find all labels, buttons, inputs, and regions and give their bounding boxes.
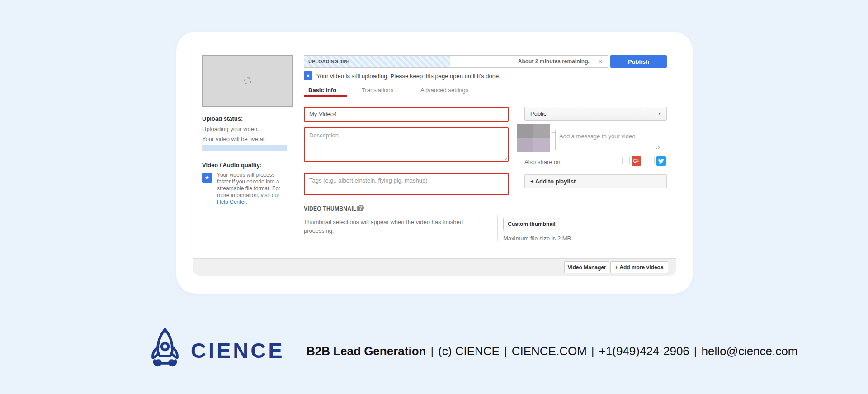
upload-progress-label: UPLOADING 48% — [304, 59, 349, 64]
custom-thumbnail-button[interactable]: Custom thumbnail — [503, 218, 560, 230]
chevron-down-icon: ▾ — [658, 111, 661, 117]
video-manager-button[interactable]: Video Manager — [564, 261, 609, 273]
upload-widget-card: Upload status: Uploading your video. You… — [176, 32, 693, 294]
title-input[interactable] — [304, 107, 509, 122]
tags-input[interactable] — [304, 173, 509, 195]
privacy-dropdown[interactable]: Public ▾ — [524, 107, 667, 121]
upload-progress-fill: UPLOADING 48% — [304, 56, 450, 67]
add-to-playlist-button[interactable]: + Add to playlist — [524, 174, 667, 188]
uploading-notice-text: Your video is still uploading. Please ke… — [316, 73, 500, 80]
privacy-value: Public — [530, 110, 546, 117]
share-message-textarea[interactable] — [555, 130, 662, 150]
channel-avatar — [517, 124, 550, 152]
also-share-label: Also share on — [524, 159, 561, 165]
cancel-upload-icon[interactable]: × — [599, 58, 602, 65]
footer-tagline: B2B Lead Generation|(c) CIENCE|CIENCE.CO… — [307, 344, 797, 358]
video-thumbnails-heading: VIDEO THUMBNAILS — [304, 206, 360, 212]
cience-rocket-logo — [148, 327, 182, 371]
thumbnails-vertical-divider — [497, 215, 498, 241]
tagline-item-phone: +1(949)424-2906 — [599, 344, 689, 358]
tagline-item-copyright: (c) CIENCE — [438, 344, 500, 358]
help-center-link[interactable]: Help Center. — [217, 199, 247, 205]
video-live-at-text: Your video will be live at: — [202, 136, 266, 142]
upload-status-text: Uploading your video. — [202, 126, 259, 132]
tagline-separator: | — [500, 344, 512, 358]
notice-star-icon: ★ — [304, 71, 312, 80]
share-twitter-checkbox[interactable] — [647, 157, 655, 164]
tab-advanced-settings[interactable]: Advanced settings — [420, 87, 468, 94]
help-icon[interactable]: ? — [357, 205, 364, 211]
avatar-tile — [517, 124, 533, 138]
max-file-size-text: Maximum file size is 2 MB. — [503, 235, 573, 242]
add-more-videos-button[interactable]: + Add more videos — [610, 261, 668, 273]
tagline-separator: | — [689, 344, 702, 358]
tagline-item-email: hello@cience.com — [702, 344, 798, 358]
quality-text: Your videos will process faster if you e… — [217, 172, 289, 206]
publish-button[interactable]: Publish — [610, 55, 667, 68]
loading-spinner-icon — [244, 77, 251, 84]
avatar-tile — [533, 138, 550, 152]
tab-basic-info[interactable]: Basic info — [308, 87, 336, 94]
video-url-link[interactable] — [202, 145, 287, 151]
star-glyph: ★ — [205, 174, 210, 181]
tabs-divider — [304, 97, 674, 97]
star-glyph: ★ — [306, 73, 311, 79]
thumbnails-info-text: Thumbnail selections will appear when th… — [304, 218, 482, 235]
twitter-icon[interactable] — [656, 156, 666, 166]
googleplus-icon[interactable]: G+ — [632, 156, 641, 166]
tagline-item-website: CIENCE.COM — [512, 344, 587, 358]
avatar-tile — [533, 124, 550, 138]
quality-heading: Video / Audio quality: — [202, 162, 262, 169]
quality-star-icon: ★ — [202, 173, 212, 183]
upload-progress-bar: UPLOADING 48% About 2 minutes remaining.… — [304, 55, 608, 68]
video-thumbnail-placeholder — [202, 55, 293, 107]
tagline-bold: B2B Lead Generation — [307, 344, 426, 358]
active-tab-underline — [304, 95, 347, 97]
tagline-separator: | — [426, 344, 438, 358]
time-remaining-text: About 2 minutes remaining. — [518, 58, 590, 65]
tagline-separator: | — [587, 344, 599, 358]
upload-status-heading: Upload status: — [202, 115, 243, 122]
share-googleplus-checkbox[interactable] — [622, 157, 630, 164]
cience-wordmark: CIENCE — [191, 338, 285, 363]
avatar-tile — [517, 138, 533, 152]
quality-text-body: Your videos will process faster if you e… — [217, 172, 280, 198]
tab-translations[interactable]: Translations — [362, 87, 393, 94]
description-textarea[interactable] — [304, 127, 509, 162]
